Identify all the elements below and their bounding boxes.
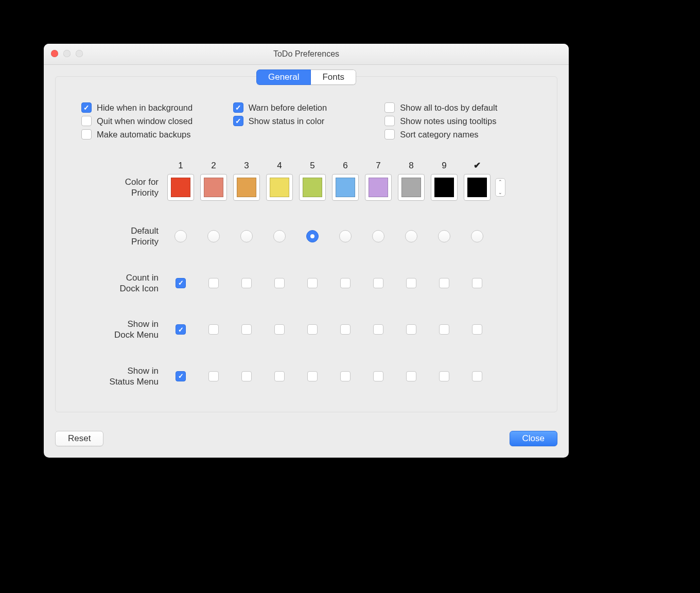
option-label: Show status in color xyxy=(249,116,325,126)
color-well-3[interactable] xyxy=(233,174,260,201)
swatch xyxy=(401,178,421,197)
row-label-dockcount: Count inDock Icon xyxy=(81,272,164,294)
priority-header: 9 xyxy=(428,161,460,171)
color-well-done[interactable] xyxy=(464,174,491,201)
tab-fonts[interactable]: Fonts xyxy=(311,69,356,85)
statusmenu-checkbox[interactable] xyxy=(307,371,318,381)
statusmenu-checkbox[interactable] xyxy=(472,371,482,381)
statusmenu-checkbox[interactable] xyxy=(176,371,186,381)
dockmenu-checkbox[interactable] xyxy=(373,324,383,335)
color-well-7[interactable] xyxy=(365,174,392,201)
checkbox-icon xyxy=(384,102,395,113)
close-window-icon[interactable] xyxy=(51,50,58,57)
option-show-all-todos[interactable]: Show all to-dos by default xyxy=(384,102,531,113)
dockcount-checkbox[interactable] xyxy=(472,278,482,288)
traffic-lights xyxy=(51,50,83,57)
option-status-color[interactable]: Show status in color xyxy=(233,116,380,126)
default-priority-radio[interactable] xyxy=(240,230,253,242)
dockcount-checkbox[interactable] xyxy=(307,278,318,288)
zoom-window-icon xyxy=(76,50,83,57)
default-priority-radio[interactable] xyxy=(207,230,220,242)
dockcount-checkbox[interactable] xyxy=(274,278,285,288)
option-warn-deletion[interactable]: Warn before deletion xyxy=(233,102,380,113)
dockcount-checkbox[interactable] xyxy=(241,278,252,288)
swatch xyxy=(237,178,256,197)
preferences-window: ToDo Preferences General Fonts Hide when… xyxy=(44,44,569,458)
dockmenu-checkbox[interactable] xyxy=(176,324,186,335)
default-priority-radio[interactable] xyxy=(273,230,286,242)
color-well-1[interactable] xyxy=(167,174,194,201)
options-grid: Hide when in background Warn before dele… xyxy=(56,92,557,145)
default-priority-radio[interactable] xyxy=(339,230,352,242)
dockcount-checkbox[interactable] xyxy=(340,278,351,288)
default-priority-radio[interactable] xyxy=(372,230,384,242)
color-well-6[interactable] xyxy=(332,174,359,201)
swatch xyxy=(336,178,355,197)
row-label-default: DefaultPriority xyxy=(81,225,164,248)
row-label-dockmenu: Show inDock Menu xyxy=(81,319,164,341)
dockmenu-checkbox[interactable] xyxy=(472,324,482,335)
statusmenu-checkbox[interactable] xyxy=(241,371,252,381)
swatch xyxy=(303,178,322,197)
dockmenu-checkbox[interactable] xyxy=(439,324,449,335)
option-hide-background[interactable]: Hide when in background xyxy=(81,102,228,113)
statusmenu-checkbox[interactable] xyxy=(340,371,351,381)
checkbox-icon xyxy=(81,102,92,113)
checkbox-icon xyxy=(384,129,395,139)
option-sort-categories[interactable]: Sort category names xyxy=(384,129,531,139)
row-label-statusmenu: Show inStatus Menu xyxy=(81,365,164,388)
close-button[interactable]: Close xyxy=(510,431,557,446)
option-label: Show all to-dos by default xyxy=(400,103,497,113)
dockmenu-checkbox[interactable] xyxy=(340,324,351,335)
color-well-8[interactable] xyxy=(398,174,425,201)
option-quit-on-close[interactable]: Quit when window closed xyxy=(81,116,228,126)
dockcount-checkbox[interactable] xyxy=(373,278,383,288)
dockcount-checkbox[interactable] xyxy=(439,278,449,288)
dockmenu-checkbox[interactable] xyxy=(274,324,285,335)
checkbox-icon xyxy=(81,116,92,126)
dockcount-checkbox[interactable] xyxy=(208,278,219,288)
checkbox-icon xyxy=(233,102,243,113)
option-notes-tooltips[interactable]: Show notes using tooltips xyxy=(384,116,531,126)
dockcount-checkbox[interactable] xyxy=(176,278,186,288)
reset-button[interactable]: Reset xyxy=(55,431,103,446)
statusmenu-checkbox[interactable] xyxy=(274,371,285,381)
preferences-panel: General Fonts Hide when in background Wa… xyxy=(55,76,557,412)
priority-matrix: 1 2 3 4 5 6 7 8 9 ✔ Color forPrior xyxy=(56,145,557,387)
statusmenu-checkbox[interactable] xyxy=(439,371,449,381)
priority-stepper[interactable]: ⌃⌄ xyxy=(495,178,505,197)
row-label-color: Color forPriority xyxy=(81,177,164,199)
color-well-2[interactable] xyxy=(200,174,227,201)
footer: Reset Close xyxy=(44,424,569,458)
swatch xyxy=(270,178,289,197)
swatch xyxy=(171,178,190,197)
priority-header: 2 xyxy=(198,161,230,171)
option-label: Sort category names xyxy=(400,130,478,139)
color-well-5[interactable] xyxy=(299,174,326,201)
priority-header: 3 xyxy=(231,161,262,171)
dockcount-checkbox[interactable] xyxy=(406,278,416,288)
option-label: Quit when window closed xyxy=(97,116,192,126)
default-priority-radio[interactable] xyxy=(306,230,319,242)
color-well-9[interactable] xyxy=(431,174,458,201)
dockmenu-checkbox[interactable] xyxy=(241,324,252,335)
statusmenu-checkbox[interactable] xyxy=(208,371,219,381)
priority-header: 5 xyxy=(296,161,328,171)
tab-general[interactable]: General xyxy=(256,69,311,85)
default-priority-radio[interactable] xyxy=(438,230,450,242)
color-well-4[interactable] xyxy=(266,174,293,201)
dockmenu-checkbox[interactable] xyxy=(307,324,318,335)
minimize-window-icon xyxy=(63,50,71,57)
default-priority-radio[interactable] xyxy=(174,230,187,242)
statusmenu-checkbox[interactable] xyxy=(373,371,383,381)
dockmenu-checkbox[interactable] xyxy=(208,324,219,335)
option-auto-backups[interactable]: Make automatic backups xyxy=(81,129,228,139)
swatch xyxy=(369,178,388,197)
statusmenu-checkbox[interactable] xyxy=(406,371,416,381)
option-label: Make automatic backups xyxy=(97,130,191,139)
dockmenu-checkbox[interactable] xyxy=(406,324,416,335)
option-label: Show notes using tooltips xyxy=(400,116,496,126)
default-priority-radio[interactable] xyxy=(471,230,483,242)
chevron-down-icon: ⌄ xyxy=(498,190,502,195)
default-priority-radio[interactable] xyxy=(405,230,417,242)
